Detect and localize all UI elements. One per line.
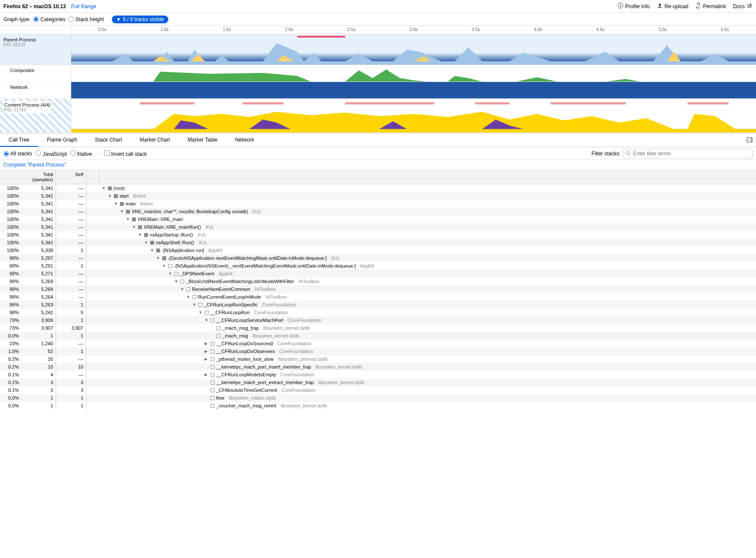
track-graph[interactable] — [71, 82, 756, 98]
profile-info-button[interactable]: Profile Info — [617, 3, 650, 10]
tree-row[interactable]: 99%5,269—▼_BlockUntilNextEventMatchingLi… — [0, 277, 756, 285]
radio-all-stacks[interactable]: All stacks — [3, 151, 32, 157]
cell-total: 5,341 — [22, 223, 56, 231]
tree-row[interactable]: 1.0%521▶__CFRunLoopDoObserversCoreFounda… — [0, 347, 756, 355]
tree-row[interactable]: 100%5,341—▼XREMain::XRE_main — [0, 215, 756, 223]
tree-row[interactable]: 100%5,341—▼XREMain::XRE_mainRun()XUL — [0, 223, 756, 231]
svg-rect-6 — [345, 102, 434, 104]
docs-button[interactable]: Docs — [733, 3, 753, 10]
permalink-button[interactable]: Permalink — [695, 3, 726, 10]
cell-pct: 100% — [0, 246, 22, 255]
library-name: libsystem_pthread.dylib — [278, 356, 328, 362]
tree-row[interactable]: 98%5,2425▼__CFRunLoopRunCoreFoundation — [0, 309, 756, 316]
timeline-ruler[interactable]: 0.5s1.0s1.5s2.0s2.5s3.0s3.5s4.0s4.5s5.0s… — [0, 26, 756, 35]
track-name: Network — [0, 82, 71, 98]
tree-row[interactable]: 100%5,341—▼nsAppStartup::Run()XUL — [0, 231, 756, 239]
tree-row[interactable]: 0.0%11_voucher_mach_msg_revertlibsystem_… — [0, 402, 756, 410]
checkbox-invert[interactable]: Invert call stack — [104, 150, 147, 157]
cell-self: — — [56, 207, 86, 216]
tracks-visible-button[interactable]: ▼ 5 / 9 tracks visible — [112, 16, 168, 23]
cell-total: 3,907 — [22, 324, 56, 332]
expand-arrow-icon[interactable]: ▼ — [198, 310, 203, 315]
library-name: libsystem_kernel.dylib — [315, 364, 362, 369]
tree-row[interactable]: 0.1%33__kernelrpc_mach_port_extract_memb… — [0, 378, 756, 386]
expand-arrow-icon[interactable]: ▼ — [102, 186, 106, 190]
tree-row[interactable]: 0.1%33_CFAbsoluteTimeGetCurrentCoreFound… — [0, 386, 756, 394]
tree-row[interactable]: 100%5,3381▼-[NSApplication run]AppKit — [0, 246, 756, 254]
track-compositor[interactable]: Compositor — [0, 65, 756, 82]
expand-arrow-icon[interactable]: ▶ — [205, 357, 209, 361]
tree-row[interactable]: 99%5,297—▼-[GeckoNSApplication nextEvent… — [0, 254, 756, 262]
expand-arrow-icon[interactable]: ▼ — [180, 287, 185, 291]
expand-arrow-icon[interactable]: ▼ — [186, 295, 191, 299]
expand-arrow-icon[interactable]: ▼ — [205, 318, 209, 322]
expand-arrow-icon[interactable]: ▼ — [108, 194, 112, 198]
radio-stack-height[interactable]: Stack height — [68, 16, 104, 22]
expand-arrow-icon[interactable]: ▼ — [126, 217, 130, 221]
tree-row[interactable]: 73%3,9091▼__CFRunLoopServiceMachPortCore… — [0, 316, 756, 324]
radio-categories[interactable]: Categories — [33, 16, 66, 22]
tree-row[interactable]: 99%5,2631▼_CFRunLoopRunSpecificCoreFound… — [0, 301, 756, 309]
track-graph[interactable] — [71, 99, 756, 132]
expand-arrow-icon[interactable]: ▼ — [156, 256, 161, 260]
tab-call-tree[interactable]: Call Tree — [0, 133, 38, 147]
library-name: HIToolbox — [299, 279, 320, 284]
cell-total: 1,240 — [22, 339, 56, 348]
expand-arrow-icon[interactable]: ▶ — [205, 372, 209, 377]
expand-arrow-icon[interactable]: ▶ — [205, 341, 209, 346]
tree-row[interactable]: 100%5,341—▼startfirefox — [0, 192, 756, 200]
tree-row[interactable]: 99%5,271—▼_DPSNextEventAppKit — [0, 270, 756, 277]
filter-stacks-input[interactable] — [623, 149, 753, 158]
library-name: CoreFoundation — [287, 318, 321, 323]
expand-arrow-icon[interactable]: ▼ — [192, 303, 197, 307]
tree-row[interactable]: 0.0%11freelibsystem_malloc.dylib — [0, 394, 756, 402]
track-graph[interactable] — [71, 35, 756, 65]
track-network[interactable]: Network — [0, 82, 756, 99]
tree-row[interactable]: 0.2%10—▶_pthread_mutex_lock_slowlibsyste… — [0, 355, 756, 363]
category-box-icon — [138, 225, 142, 229]
tab-marker-table[interactable]: Marker Table — [179, 133, 227, 147]
tree-row[interactable]: 99%5,264—▼RunCurrentEventLoopInModeHIToo… — [0, 293, 756, 301]
track-content-process[interactable]: Content Process (4/4) PID: 22763 — [0, 99, 756, 133]
tree-row[interactable]: 0.1%4—▶__CFRunLoopModeIsEmptyCoreFoundat… — [0, 371, 756, 378]
profile-title: Firefox 62 – macOS 10.13 — [3, 3, 66, 9]
tree-row[interactable]: 100%5,341—▼nsAppShell::Run()XUL — [0, 239, 756, 246]
col-self[interactable]: Self — [56, 170, 86, 184]
track-graph[interactable] — [71, 65, 756, 82]
radio-native[interactable]: Native — [70, 150, 92, 157]
expand-arrow-icon[interactable]: ▼ — [150, 248, 154, 252]
function-name: __CFRunLoopModeIsEmpty — [216, 372, 276, 377]
track-parent-process[interactable]: Parent Process PID: 22213 — [0, 35, 756, 65]
expand-arrow-icon[interactable]: ▶ — [205, 349, 209, 353]
tree-row[interactable]: 23%1,240—▶__CFRunLoopDoSources0CoreFound… — [0, 340, 756, 347]
expand-arrow-icon[interactable]: ▼ — [144, 240, 148, 245]
breadcrumb[interactable]: Complete "Parent Process" — [0, 160, 756, 170]
expand-arrow-icon[interactable]: ▼ — [162, 264, 167, 268]
tree-row[interactable]: 100%5,341—▼XRE_main(int, char**, mozilla… — [0, 208, 756, 215]
link-icon — [695, 3, 701, 10]
tree-row[interactable]: 0.2%1010__kernelrpc_mach_port_insert_mem… — [0, 363, 756, 371]
sidebar-toggle-button[interactable] — [743, 133, 756, 147]
tab-network[interactable]: Network — [227, 133, 263, 147]
expand-arrow-icon[interactable]: ▼ — [132, 225, 136, 229]
tree-row[interactable]: 73%3,9073,907_mach_msg_traplibsystem_ker… — [0, 324, 756, 332]
col-total[interactable]: Total (samples) — [22, 170, 56, 184]
expand-arrow-icon[interactable]: ▼ — [138, 233, 142, 237]
tree-row[interactable]: 0.0%11_mach_msglibsystem_kernel.dylib — [0, 332, 756, 340]
library-name: XUL — [331, 255, 340, 261]
reupload-button[interactable]: Re-upload — [657, 3, 688, 10]
tree-row[interactable]: 100%5,341—▼mainfirefox — [0, 200, 756, 208]
expand-arrow-icon[interactable]: ▼ — [168, 271, 173, 276]
cell-pct: 0.1% — [0, 378, 22, 387]
expand-arrow-icon[interactable]: ▼ — [120, 209, 124, 214]
full-range-link[interactable]: Full Range — [71, 3, 96, 9]
tree-row[interactable]: 99%5,2911▼-[NSApplication(NSEvent) _next… — [0, 262, 756, 270]
radio-javascript[interactable]: JavaScript — [35, 150, 66, 157]
tree-row[interactable]: 99%5,268—▼ReceiveNextEventCommonHIToolbo… — [0, 285, 756, 293]
tab-flame-graph[interactable]: Flame Graph — [38, 133, 86, 147]
tab-stack-chart[interactable]: Stack Chart — [86, 133, 131, 147]
tree-row[interactable]: 100%5,341—▼(root) — [0, 184, 756, 192]
expand-arrow-icon[interactable]: ▼ — [114, 202, 118, 206]
expand-arrow-icon[interactable]: ▼ — [174, 279, 179, 284]
tab-marker-chart[interactable]: Marker Chart — [131, 133, 179, 147]
